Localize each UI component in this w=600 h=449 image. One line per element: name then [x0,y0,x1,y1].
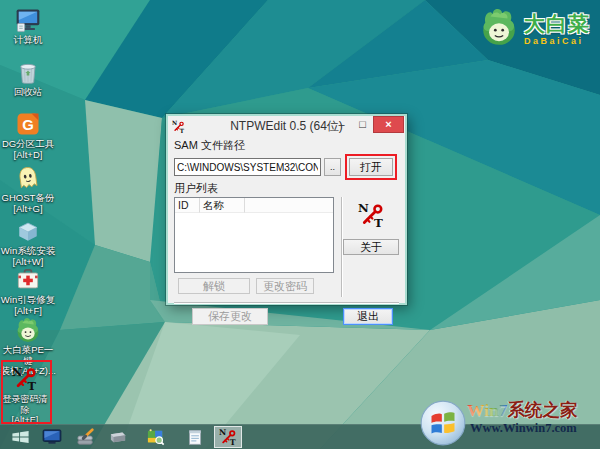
change-password-button[interactable]: 更改密码 [256,278,314,294]
desktop-icon-label: GHOST备份 [Alt+G] [0,193,58,214]
taskbar-item-show-desktop[interactable] [38,425,66,449]
dabaicai-subtitle: DaBaiCai [524,36,590,46]
minimize-button[interactable]: – [331,116,352,133]
watermark-sitename: 系统之家 [508,400,578,420]
desktop-icon-label: DG分区工具 [Alt+D] [0,139,58,160]
dabaicai-title: 大白菜 [524,13,590,35]
desktop-icon-label: 回收站 [0,87,58,98]
desktop-icon-computer[interactable]: 计算机 [0,6,58,46]
winwin7-watermark: Win7系统之家 Www.Winwin7.com [420,398,600,449]
recycle-bin-icon [14,58,42,86]
disk-brush-icon [76,428,96,446]
horizontal-separator [174,302,399,304]
windows-flag-icon [420,400,466,449]
unlock-button[interactable]: 解锁 [178,278,250,294]
user-list-header: ID 名称 [175,198,333,213]
taskbar-item-install-tool[interactable] [72,425,100,449]
first-aid-kit-icon [14,266,42,294]
svg-text:G: G [22,117,34,133]
watermark-title: Win7系统之家 [467,398,578,422]
desktop-icon-label: 计算机 [0,35,58,46]
column-header-fill [245,198,333,213]
image-viewer-icon [146,428,166,446]
save-changes-button[interactable]: 保存更改 [192,308,268,325]
open-button[interactable]: 打开 [349,158,393,176]
column-header-name[interactable]: 名称 [200,198,245,213]
desktop-icon-recycle-bin[interactable]: 回收站 [0,58,58,98]
highlight-box-password-clear [1,360,52,424]
taskbar-item-notepad[interactable] [181,425,209,449]
exit-button[interactable]: 退出 [343,308,393,325]
user-list-label: 用户列表 [174,181,399,196]
desktop-icon-label: Win系统安装 [Alt+W] [0,246,58,267]
title-bar[interactable]: NTPWEdit 0.5 (64位) – □ × [168,116,405,136]
about-button[interactable]: 关于 [343,239,399,255]
user-list[interactable]: ID 名称 [174,197,334,273]
monitor-icon [42,429,62,445]
watermark-url: Www.Winwin7.com [470,421,577,436]
desktop-icon-win-boot-repair[interactable]: Win引导修复 [Alt+F] [0,266,58,316]
sam-path-label: SAM 文件路径 [174,138,399,153]
ntpwedit-window: NTPWEdit 0.5 (64位) – □ × SAM 文件路径 .. 打开 … [166,114,407,305]
install-box-icon [14,217,42,245]
dabaicai-logo: 大白菜 DaBaiCai [478,6,590,52]
desktop-icon-dg-partition[interactable]: G DG分区工具 [Alt+D] [0,110,58,160]
diskgenius-icon: G [14,110,42,138]
watermark-win7: Win7 [467,400,508,420]
cabbage-icon [14,316,42,344]
notepad-icon [187,429,204,446]
sam-path-input[interactable] [174,158,321,176]
device-icon [108,429,128,445]
taskbar-item-device[interactable] [104,425,132,449]
close-button[interactable]: × [373,116,404,133]
taskbar-item-ntpwedit[interactable] [214,426,242,448]
ntpwedit-icon [219,428,237,446]
ntpwedit-logo-icon [358,201,385,230]
windows-start-icon [10,428,31,446]
column-header-id[interactable]: ID [175,198,200,213]
cabbage-mascot-icon [478,6,520,52]
desktop-icon-ghost-backup[interactable]: GHOST备份 [Alt+G] [0,164,58,214]
highlight-box-open-button: 打开 [345,154,397,180]
maximize-button[interactable]: □ [352,116,373,133]
computer-icon [14,6,42,34]
desktop-icon-label: Win引导修复 [Alt+F] [0,295,58,316]
start-button[interactable] [2,425,38,449]
desktop-icon-win-install[interactable]: Win系统安装 [Alt+W] [0,217,58,267]
ghost-icon [14,164,42,192]
taskbar-item-image-viewer[interactable] [142,425,170,449]
browse-button[interactable]: .. [324,158,341,176]
